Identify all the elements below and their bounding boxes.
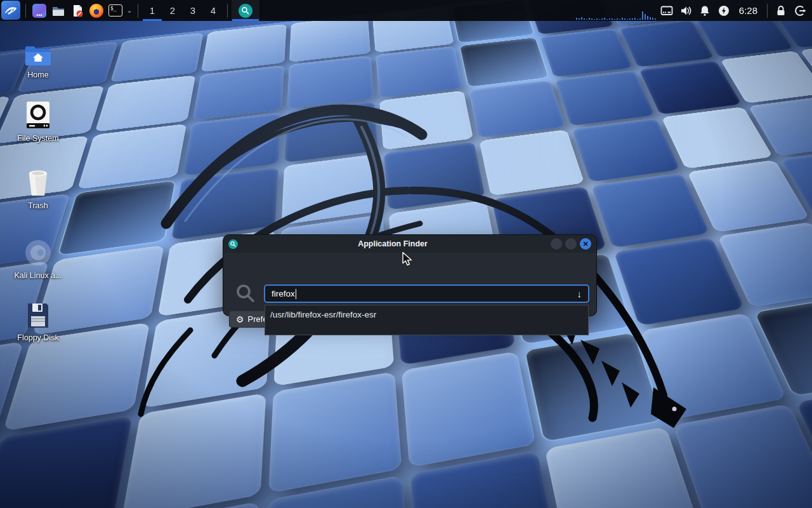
launcher-text-editor[interactable]: [68, 0, 87, 21]
panel-separator: [138, 4, 138, 18]
volume-tray[interactable]: [676, 0, 695, 21]
result-item[interactable]: /usr/lib/firefox-esr/firefox-esr: [265, 305, 588, 319]
search-input[interactable]: firefox ↓: [264, 284, 589, 303]
wallpaper-cube: [287, 55, 374, 109]
wallpaper-cube: [479, 130, 584, 196]
net-monitor-bar: [642, 11, 643, 20]
desktop-icon-file-system[interactable]: File System: [8, 99, 69, 143]
wallpaper-cube: [201, 24, 287, 72]
net-monitor-bar: [604, 18, 605, 20]
panel-separator: [25, 4, 26, 18]
application-finder-icon: [239, 4, 252, 18]
maximize-button[interactable]: [565, 238, 577, 250]
floppy-disk-icon: [25, 302, 51, 329]
net-monitor-bar: [619, 19, 620, 20]
terminal-icon: $_: [108, 4, 122, 17]
net-monitor-bar: [601, 18, 603, 20]
volume-icon: [679, 4, 693, 18]
net-monitor-bar: [609, 18, 610, 20]
net-monitor-bar: [652, 18, 653, 20]
net-monitor-bar: [584, 18, 585, 20]
workspace-4-label: 4: [211, 5, 216, 16]
workspace-1-label: 1: [150, 5, 155, 16]
home-folder-icon: [23, 44, 53, 66]
desktop-icon-floppy-disk[interactable]: Floppy Disk: [8, 298, 69, 342]
text-caret: [296, 289, 297, 299]
desktop-icon-home[interactable]: Home: [8, 36, 69, 79]
logout-icon: [794, 4, 806, 17]
desktop-icon-trash[interactable]: Trash: [8, 166, 69, 210]
net-monitor-bar: [627, 19, 628, 20]
close-button[interactable]: [580, 238, 591, 250]
power-manager-tray[interactable]: [714, 0, 733, 21]
wallpaper-cube: [572, 118, 681, 182]
net-monitor-bar: [599, 19, 600, 20]
wallpaper-cube: [289, 15, 370, 62]
net-monitor-bar: [634, 18, 636, 20]
launcher-show-desktop[interactable]: •••: [30, 0, 49, 21]
net-monitor-bar: [624, 18, 625, 20]
terminal-dropdown-chevron[interactable]: ⌄: [125, 0, 134, 21]
search-icon: [235, 283, 256, 304]
wallpaper-cube: [468, 80, 565, 138]
wallpaper-cube: [285, 101, 378, 163]
desktop-screen: ••• $_ ⌄ 1 2 3 4: [0, 0, 812, 508]
trash-bin-icon: [25, 169, 51, 197]
net-monitor-bar: [612, 18, 613, 20]
lock-icon: [775, 4, 787, 17]
folder-icon: [51, 3, 66, 18]
window-title-icon: [228, 239, 238, 249]
desktop-icon-label: Kali Linux a...: [8, 271, 69, 280]
workspace-1[interactable]: 1: [142, 0, 162, 21]
wallpaper-cube: [379, 90, 473, 150]
display-settings-tray[interactable]: [657, 0, 676, 21]
net-monitor-bar: [596, 18, 598, 20]
launcher-file-manager[interactable]: [49, 0, 68, 21]
finder-body: firefox ↓ ⚙ Preferences /usr/lib/firefox…: [223, 253, 596, 316]
display-icon: [660, 4, 674, 18]
desktop-icon-label: Floppy Disk: [8, 333, 69, 342]
network-monitor-widget[interactable]: [576, 0, 657, 21]
net-monitor-bar: [591, 18, 593, 20]
wallpaper-cube: [269, 371, 402, 493]
wallpaper-cube: [383, 142, 485, 211]
logout-button[interactable]: [790, 0, 809, 21]
wallpaper-cube: [193, 65, 285, 121]
launcher-terminal[interactable]: $_: [106, 0, 125, 21]
file-system-drive-icon: [25, 100, 51, 130]
net-monitor-bar: [632, 18, 633, 20]
panel-clock[interactable]: 6:28: [733, 5, 763, 16]
titlebar[interactable]: Application Finder: [223, 235, 596, 253]
notifications-tray[interactable]: [695, 0, 714, 21]
net-monitor-bar: [617, 18, 618, 20]
desktop-icon-kali-docs[interactable]: Kali Linux a...: [8, 236, 69, 280]
panel-separator: [767, 4, 768, 18]
launcher-firefox[interactable]: [87, 0, 106, 21]
kali-docs-ghost-icon: [24, 239, 52, 267]
net-monitor-bar: [629, 18, 631, 20]
search-input-value: firefox: [272, 289, 295, 298]
net-monitor-bar: [579, 18, 580, 20]
application-finder-window: Application Finder firefox ↓ ⚙ Preferenc…: [223, 235, 596, 316]
net-monitor-bar: [576, 18, 577, 20]
workspace-2[interactable]: 2: [162, 0, 183, 21]
kali-logo-icon: [3, 3, 18, 18]
workspace-3[interactable]: 3: [183, 0, 203, 21]
workspace-4[interactable]: 4: [203, 0, 223, 21]
panel-separator: [227, 4, 228, 18]
wallpaper-cube: [401, 351, 535, 467]
net-monitor-bar: [622, 18, 623, 20]
workspace-2-label: 2: [170, 5, 175, 16]
wallpaper-cube: [540, 28, 632, 77]
power-manager-icon: [717, 4, 730, 17]
taskbar-application-finder[interactable]: [232, 0, 259, 21]
wallpaper-cube: [673, 404, 812, 508]
bell-icon: [698, 4, 711, 17]
minimize-button[interactable]: [551, 238, 562, 250]
dropdown-arrow-button[interactable]: ↓: [577, 288, 582, 299]
top-panel: ••• $_ ⌄ 1 2 3 4: [0, 0, 812, 21]
wallpaper-cube: [459, 37, 549, 87]
kali-menu-button[interactable]: [1, 1, 20, 20]
wallpaper-cube: [77, 124, 187, 189]
screen-lock-button[interactable]: [771, 0, 790, 21]
